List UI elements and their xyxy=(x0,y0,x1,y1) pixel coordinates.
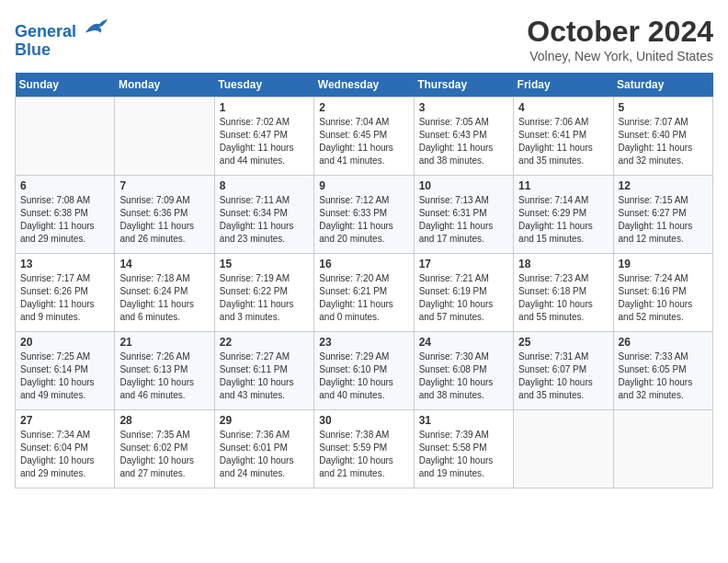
day-info: Sunrise: 7:30 AM Sunset: 6:08 PM Dayligh… xyxy=(419,350,508,402)
calendar-cell: 19Sunrise: 7:24 AM Sunset: 6:16 PM Dayli… xyxy=(613,254,712,332)
day-info: Sunrise: 7:33 AM Sunset: 6:05 PM Dayligh… xyxy=(619,350,708,402)
day-info: Sunrise: 7:19 AM Sunset: 6:22 PM Dayligh… xyxy=(220,272,309,324)
day-info: Sunrise: 7:35 AM Sunset: 6:02 PM Dayligh… xyxy=(119,429,209,480)
day-number: 1 xyxy=(220,101,309,114)
day-info: Sunrise: 7:07 AM Sunset: 6:40 PM Dayligh… xyxy=(619,116,708,167)
calendar-cell: 25Sunrise: 7:31 AM Sunset: 6:07 PM Dayli… xyxy=(514,332,613,410)
calendar-week-4: 20Sunrise: 7:25 AM Sunset: 6:14 PM Dayli… xyxy=(16,332,713,410)
calendar-week-2: 6Sunrise: 7:08 AM Sunset: 6:38 PM Daylig… xyxy=(16,176,713,254)
calendar-cell: 4Sunrise: 7:06 AM Sunset: 6:41 PM Daylig… xyxy=(514,98,613,176)
calendar-cell: 13Sunrise: 7:17 AM Sunset: 6:26 PM Dayli… xyxy=(16,254,115,332)
day-info: Sunrise: 7:38 AM Sunset: 5:59 PM Dayligh… xyxy=(319,429,408,480)
day-info: Sunrise: 7:21 AM Sunset: 6:19 PM Dayligh… xyxy=(419,272,508,324)
day-number: 21 xyxy=(119,336,209,349)
calendar-cell: 22Sunrise: 7:27 AM Sunset: 6:11 PM Dayli… xyxy=(214,332,313,410)
logo-bird-icon xyxy=(84,15,109,37)
calendar-cell: 18Sunrise: 7:23 AM Sunset: 6:18 PM Dayli… xyxy=(514,254,613,332)
weekday-header-saturday: Saturday xyxy=(613,73,712,98)
logo-general: General xyxy=(15,22,76,40)
day-number: 11 xyxy=(518,179,608,192)
day-info: Sunrise: 7:39 AM Sunset: 5:58 PM Dayligh… xyxy=(419,429,508,480)
calendar-cell: 24Sunrise: 7:30 AM Sunset: 6:08 PM Dayli… xyxy=(414,332,513,410)
location: Volney, New York, United States xyxy=(527,49,713,63)
calendar-cell: 11Sunrise: 7:14 AM Sunset: 6:29 PM Dayli… xyxy=(514,176,613,254)
calendar-cell: 16Sunrise: 7:20 AM Sunset: 6:21 PM Dayli… xyxy=(314,254,414,332)
weekday-header-monday: Monday xyxy=(115,73,214,98)
day-info: Sunrise: 7:04 AM Sunset: 6:45 PM Dayligh… xyxy=(319,116,408,167)
calendar-week-1: 1Sunrise: 7:02 AM Sunset: 6:47 PM Daylig… xyxy=(16,98,713,176)
day-number: 10 xyxy=(419,179,508,192)
calendar-cell: 29Sunrise: 7:36 AM Sunset: 6:01 PM Dayli… xyxy=(214,410,313,488)
weekday-header-thursday: Thursday xyxy=(414,73,513,98)
calendar-cell: 26Sunrise: 7:33 AM Sunset: 6:05 PM Dayli… xyxy=(613,332,712,410)
calendar-cell xyxy=(514,410,613,488)
calendar-cell: 2Sunrise: 7:04 AM Sunset: 6:45 PM Daylig… xyxy=(314,98,414,176)
calendar-cell: 23Sunrise: 7:29 AM Sunset: 6:10 PM Dayli… xyxy=(314,332,414,410)
day-number: 28 xyxy=(119,414,209,427)
day-info: Sunrise: 7:02 AM Sunset: 6:47 PM Dayligh… xyxy=(220,116,309,167)
weekday-header-tuesday: Tuesday xyxy=(214,73,313,98)
logo-blue: Blue xyxy=(15,40,51,59)
calendar-cell: 7Sunrise: 7:09 AM Sunset: 6:36 PM Daylig… xyxy=(115,176,214,254)
day-info: Sunrise: 7:34 AM Sunset: 6:04 PM Dayligh… xyxy=(20,429,109,480)
calendar-week-5: 27Sunrise: 7:34 AM Sunset: 6:04 PM Dayli… xyxy=(16,410,713,488)
day-number: 27 xyxy=(20,414,109,427)
title-block: October 2024 Volney, New York, United St… xyxy=(527,15,713,63)
calendar-cell: 5Sunrise: 7:07 AM Sunset: 6:40 PM Daylig… xyxy=(613,98,712,176)
calendar-cell: 10Sunrise: 7:13 AM Sunset: 6:31 PM Dayli… xyxy=(414,176,513,254)
day-number: 24 xyxy=(419,336,508,349)
day-info: Sunrise: 7:31 AM Sunset: 6:07 PM Dayligh… xyxy=(518,350,608,402)
day-number: 6 xyxy=(20,179,109,192)
calendar-cell: 12Sunrise: 7:15 AM Sunset: 6:27 PM Dayli… xyxy=(613,176,712,254)
day-info: Sunrise: 7:12 AM Sunset: 6:33 PM Dayligh… xyxy=(319,194,408,246)
calendar-cell: 27Sunrise: 7:34 AM Sunset: 6:04 PM Dayli… xyxy=(16,410,115,488)
day-number: 31 xyxy=(419,414,508,427)
day-number: 7 xyxy=(119,179,209,192)
day-number: 5 xyxy=(619,101,708,114)
day-number: 30 xyxy=(319,414,408,427)
calendar-cell: 28Sunrise: 7:35 AM Sunset: 6:02 PM Dayli… xyxy=(115,410,214,488)
day-number: 13 xyxy=(20,258,109,270)
day-info: Sunrise: 7:13 AM Sunset: 6:31 PM Dayligh… xyxy=(419,194,508,246)
calendar-cell: 9Sunrise: 7:12 AM Sunset: 6:33 PM Daylig… xyxy=(314,176,414,254)
day-number: 2 xyxy=(319,101,408,114)
day-info: Sunrise: 7:14 AM Sunset: 6:29 PM Dayligh… xyxy=(518,194,608,246)
day-number: 14 xyxy=(119,258,209,270)
weekday-header-sunday: Sunday xyxy=(16,73,115,98)
day-number: 4 xyxy=(518,101,608,114)
day-info: Sunrise: 7:18 AM Sunset: 6:24 PM Dayligh… xyxy=(119,272,209,324)
day-number: 26 xyxy=(619,336,708,349)
weekday-header-wednesday: Wednesday xyxy=(314,73,414,98)
calendar-cell: 17Sunrise: 7:21 AM Sunset: 6:19 PM Dayli… xyxy=(414,254,513,332)
day-info: Sunrise: 7:05 AM Sunset: 6:43 PM Dayligh… xyxy=(419,116,508,167)
calendar-cell: 6Sunrise: 7:08 AM Sunset: 6:38 PM Daylig… xyxy=(16,176,115,254)
day-info: Sunrise: 7:08 AM Sunset: 6:38 PM Dayligh… xyxy=(20,194,109,246)
day-number: 8 xyxy=(220,179,309,192)
day-info: Sunrise: 7:29 AM Sunset: 6:10 PM Dayligh… xyxy=(319,350,408,402)
day-number: 18 xyxy=(518,258,608,270)
calendar-week-3: 13Sunrise: 7:17 AM Sunset: 6:26 PM Dayli… xyxy=(16,254,713,332)
day-number: 3 xyxy=(419,101,508,114)
weekday-header-friday: Friday xyxy=(514,73,613,98)
calendar-table: SundayMondayTuesdayWednesdayThursdayFrid… xyxy=(15,73,713,488)
calendar-cell: 3Sunrise: 7:05 AM Sunset: 6:43 PM Daylig… xyxy=(414,98,513,176)
calendar-cell: 15Sunrise: 7:19 AM Sunset: 6:22 PM Dayli… xyxy=(214,254,313,332)
day-info: Sunrise: 7:11 AM Sunset: 6:34 PM Dayligh… xyxy=(220,194,309,246)
calendar-cell: 20Sunrise: 7:25 AM Sunset: 6:14 PM Dayli… xyxy=(16,332,115,410)
day-info: Sunrise: 7:24 AM Sunset: 6:16 PM Dayligh… xyxy=(619,272,708,324)
calendar-cell xyxy=(613,410,712,488)
day-number: 29 xyxy=(220,414,309,427)
calendar-cell: 1Sunrise: 7:02 AM Sunset: 6:47 PM Daylig… xyxy=(214,98,313,176)
calendar-cell: 8Sunrise: 7:11 AM Sunset: 6:34 PM Daylig… xyxy=(214,176,313,254)
day-info: Sunrise: 7:23 AM Sunset: 6:18 PM Dayligh… xyxy=(518,272,608,324)
day-info: Sunrise: 7:20 AM Sunset: 6:21 PM Dayligh… xyxy=(319,272,408,324)
calendar-cell xyxy=(16,98,115,176)
day-number: 12 xyxy=(619,179,708,192)
day-number: 25 xyxy=(518,336,608,349)
page-header: General Blue October 2024 Volney, New Yo… xyxy=(15,15,713,63)
calendar-header-row: SundayMondayTuesdayWednesdayThursdayFrid… xyxy=(16,73,713,98)
calendar-cell: 14Sunrise: 7:18 AM Sunset: 6:24 PM Dayli… xyxy=(115,254,214,332)
day-info: Sunrise: 7:36 AM Sunset: 6:01 PM Dayligh… xyxy=(220,429,309,480)
day-info: Sunrise: 7:26 AM Sunset: 6:13 PM Dayligh… xyxy=(119,350,209,402)
day-info: Sunrise: 7:06 AM Sunset: 6:41 PM Dayligh… xyxy=(518,116,608,167)
